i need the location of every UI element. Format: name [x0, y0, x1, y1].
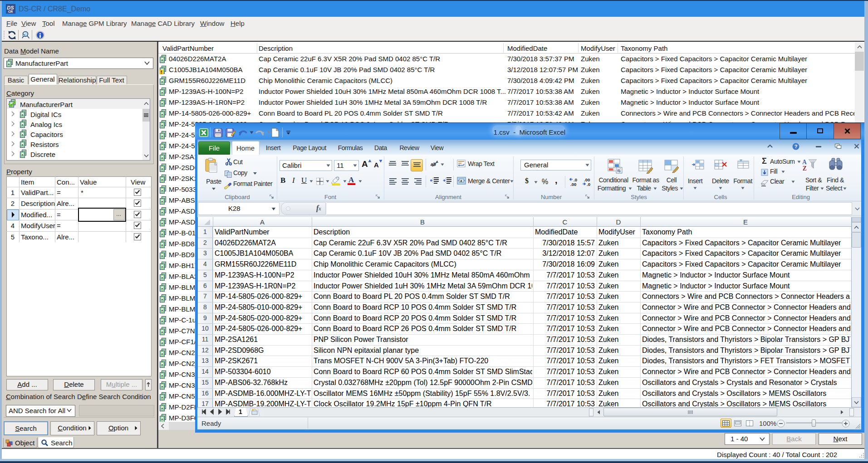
svg-text:CR: CR	[8, 10, 13, 13]
svg-text:.0: .0	[587, 182, 590, 187]
svg-text:a: a	[460, 179, 462, 183]
svg-text:Z: Z	[803, 165, 807, 172]
svg-text:⇆: ⇆	[617, 169, 621, 173]
svg-text:.00: .00	[570, 182, 576, 187]
svg-text:?: ?	[794, 144, 798, 149]
svg-text:A: A	[802, 159, 807, 166]
